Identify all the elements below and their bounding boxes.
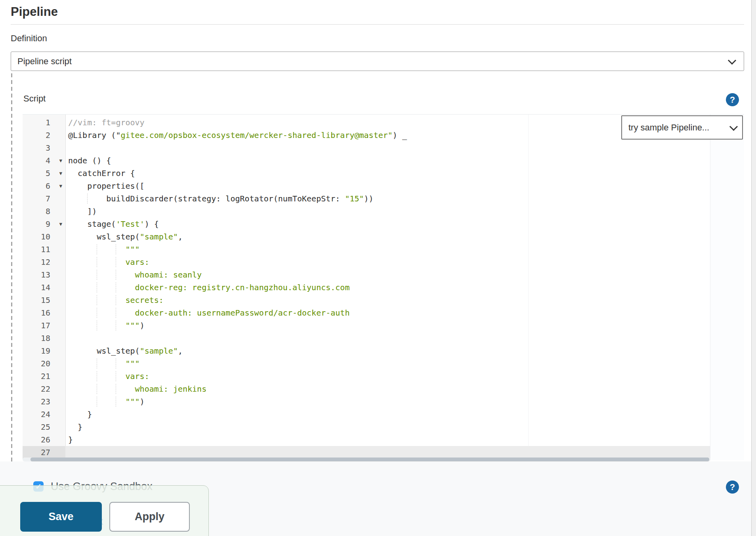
apply-button[interactable]: Apply (109, 502, 190, 532)
indent-guide (87, 193, 88, 204)
code-line-text: wsl_step("sample", (65, 230, 710, 243)
code-area[interactable]: 1//vim: ft=groovy2@Library ("gitee.com/o… (23, 115, 710, 460)
line-number: 12 (23, 256, 65, 268)
code-line[interactable]: 19 wsl_step("sample", (23, 345, 710, 357)
indent-guide (116, 308, 116, 318)
code-line[interactable]: 27 (23, 446, 710, 459)
code-line-text: } (65, 433, 710, 446)
code-line-text: ]) (65, 205, 710, 218)
code-line[interactable]: 13 whoami: seanly (23, 268, 710, 281)
definition-select-value: Pipeline script (11, 56, 72, 67)
horizontal-scrollbar-thumb[interactable] (31, 458, 709, 461)
code-line-text (65, 332, 710, 345)
code-line-text: vars: (65, 256, 710, 268)
indent-guide (116, 295, 116, 305)
page-title: Pipeline (11, 5, 58, 19)
indent-guide (116, 270, 116, 280)
fold-arrow-icon[interactable]: ▾ (59, 154, 62, 167)
code-line[interactable]: 8 ]) (23, 205, 710, 218)
code-line-text: secrets: (65, 294, 710, 306)
code-line[interactable]: 23 """) (23, 395, 710, 408)
code-line[interactable]: 20 """ (23, 357, 710, 370)
indent-guide (116, 320, 116, 331)
indent-guide (116, 358, 116, 369)
indent-guide (116, 384, 116, 394)
code-line-text: @Library ("gitee.com/opsbox-ecosystem/we… (65, 129, 710, 142)
code-line-text: whoami: jenkins (65, 383, 710, 395)
code-line-text (65, 446, 710, 459)
code-line-text: """ (65, 357, 710, 370)
script-label: Script (23, 94, 46, 104)
sample-pipeline-select[interactable]: try sample Pipeline... (621, 115, 743, 140)
code-line[interactable]: 12 vars: (23, 256, 710, 268)
code-line[interactable]: 9▾ stage('Test') { (23, 218, 710, 230)
line-number: 4▾ (23, 154, 65, 167)
code-line[interactable]: 16 docker-auth: usernamePassword/acr-doc… (23, 306, 710, 319)
code-line[interactable]: 26} (23, 433, 710, 446)
indent-guide (97, 320, 97, 331)
code-line-text: docker-reg: registry.cn-hangzhou.aliyunc… (65, 281, 710, 294)
code-line-text: } (65, 421, 710, 433)
code-line[interactable]: 17 """) (23, 319, 710, 332)
sample-pipeline-select-value: try sample Pipeline... (622, 123, 709, 133)
code-line-text: whoami: seanly (65, 268, 710, 281)
code-line[interactable]: 5▾ catchError { (23, 167, 710, 180)
line-number: 24 (23, 408, 65, 421)
question-mark-icon: ? (730, 95, 735, 105)
indent-guide (116, 396, 116, 407)
code-line[interactable]: 21 vars: (23, 370, 710, 383)
code-line[interactable]: 24 } (23, 408, 710, 421)
line-number: 9▾ (23, 218, 65, 230)
line-number: 22 (23, 383, 65, 395)
code-line[interactable]: 1//vim: ft=groovy (23, 116, 710, 129)
line-number: 14 (23, 281, 65, 294)
fold-arrow-icon[interactable]: ▾ (59, 167, 62, 180)
chevron-down-icon (729, 122, 738, 130)
line-number: 8 (23, 205, 65, 218)
line-number: 5▾ (23, 167, 65, 180)
indent-guide (97, 371, 97, 381)
code-line[interactable]: 3 (23, 142, 710, 154)
help-icon-sandbox[interactable]: ? (726, 480, 739, 494)
indent-guide (116, 371, 116, 381)
code-line[interactable]: 10 wsl_step("sample", (23, 230, 710, 243)
line-number: 13 (23, 268, 65, 281)
code-line[interactable]: 15 secrets: (23, 294, 710, 306)
code-line[interactable]: 18 (23, 332, 710, 345)
indent-guide (116, 282, 116, 293)
line-number: 27 (23, 446, 65, 459)
code-line[interactable]: 14 docker-reg: registry.cn-hangzhou.aliy… (23, 281, 710, 294)
code-line-text: } (65, 408, 710, 421)
line-number: 17 (23, 319, 65, 332)
help-icon-script[interactable]: ? (726, 93, 739, 106)
fold-arrow-icon[interactable]: ▾ (59, 180, 62, 192)
code-line[interactable]: 2@Library ("gitee.com/opsbox-ecosystem/w… (23, 129, 710, 142)
code-line[interactable]: 11 """ (23, 243, 710, 256)
indent-guide (97, 282, 97, 293)
code-line-text: vars: (65, 370, 710, 383)
code-line-text: """) (65, 319, 710, 332)
code-line-text: """) (65, 395, 710, 408)
line-number: 6▾ (23, 180, 65, 192)
line-number: 2 (23, 129, 65, 142)
line-number: 19 (23, 345, 65, 357)
indent-guide (97, 244, 97, 255)
fold-arrow-icon[interactable]: ▾ (59, 218, 62, 230)
code-line-text: node () { (65, 154, 710, 167)
indent-guide (116, 257, 116, 267)
line-number: 16 (23, 306, 65, 319)
code-line[interactable]: 4▾node () { (23, 154, 710, 167)
script-editor[interactable]: 1//vim: ft=groovy2@Library ("gitee.com/o… (23, 114, 744, 460)
code-line[interactable]: 7 buildDiscarder(strategy: logRotator(nu… (23, 192, 710, 205)
code-line[interactable]: 22 whoami: jenkins (23, 383, 710, 395)
code-line[interactable]: 25 } (23, 421, 710, 433)
code-line-text: """ (65, 243, 710, 256)
line-number: 7 (23, 192, 65, 205)
code-line[interactable]: 6▾ properties([ (23, 180, 710, 192)
definition-select[interactable]: Pipeline script (11, 52, 744, 71)
code-line-text: wsl_step("sample", (65, 345, 710, 357)
code-line-text: buildDiscarder(strategy: logRotator(numT… (65, 192, 710, 205)
page-scrollbar[interactable] (751, 0, 756, 536)
save-button[interactable]: Save (20, 502, 102, 532)
indent-guide (97, 295, 97, 305)
